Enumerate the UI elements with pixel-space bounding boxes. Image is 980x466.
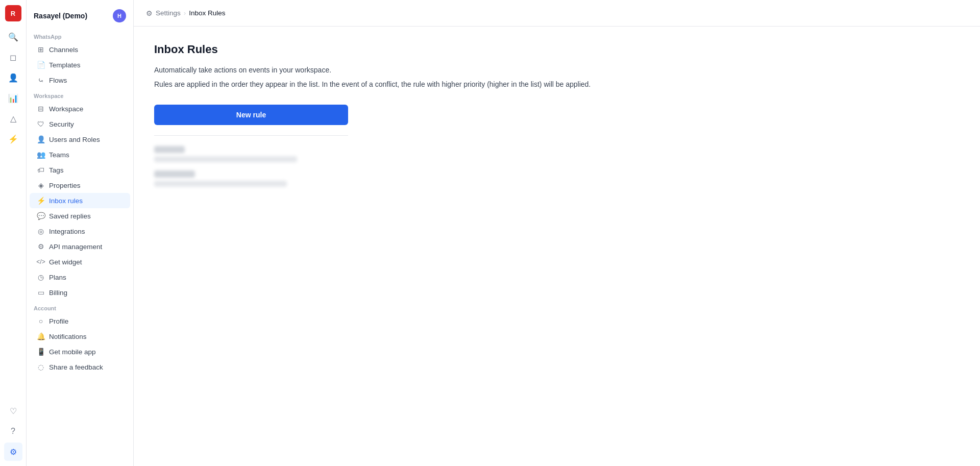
sidebar-item-security[interactable]: 🛡 Security [30, 116, 130, 132]
templates-icon: 📄 [37, 61, 45, 69]
sidebar-item-label: Integrations [49, 228, 85, 235]
channels-icon: ⊞ [37, 45, 45, 54]
feedback-icon: ◌ [37, 363, 45, 371]
sidebar-item-label: Workspace [49, 105, 83, 113]
main-panel: ⚙ Settings › Inbox Rules Inbox Rules Aut… [134, 0, 980, 466]
chat-icon[interactable]: ◻ [4, 48, 22, 66]
help-icon[interactable]: ? [4, 422, 22, 440]
sidebar-item-label: Notifications [49, 333, 87, 340]
sidebar-item-label: Users and Roles [49, 136, 100, 143]
rule-item-2 [154, 170, 960, 187]
breadcrumb-separator: › [184, 9, 186, 17]
sidebar-item-label: Get widget [49, 258, 82, 266]
sidebar-item-label: Inbox rules [49, 197, 83, 205]
teams-icon: 👥 [37, 151, 45, 159]
new-rule-button[interactable]: New rule [154, 105, 348, 125]
sidebar-item-billing[interactable]: ▭ Billing [30, 285, 130, 300]
integrations-icon: ◎ [37, 227, 45, 235]
sidebar-item-label: Teams [49, 151, 69, 159]
sidebar-item-get-widget[interactable]: </> Get widget [30, 254, 130, 269]
sidebar-header: Rasayel (Demo) H [27, 6, 133, 29]
sidebar-item-label: Security [49, 120, 74, 128]
sidebar-item-notifications[interactable]: 🔔 Notifications [30, 329, 130, 344]
whatsapp-section-label: WhatsApp [27, 29, 133, 42]
sidebar-item-label: Channels [49, 46, 78, 54]
settings-breadcrumb-icon: ⚙ [146, 9, 153, 17]
sidebar-item-label: Flows [49, 77, 67, 84]
rule-title-blur [154, 146, 185, 153]
inbox-rules-icon: ⚡ [37, 197, 45, 205]
api-icon: ⚙ [37, 242, 45, 251]
sidebar-item-teams[interactable]: 👥 Teams [30, 147, 130, 162]
tags-icon: 🏷 [37, 166, 45, 174]
sidebar-item-inbox-rules[interactable]: ⚡ Inbox rules [30, 193, 130, 208]
properties-icon: ◈ [37, 181, 45, 189]
sidebar-item-plans[interactable]: ◷ Plans [30, 269, 130, 285]
sidebar-item-templates[interactable]: 📄 Templates [30, 57, 130, 72]
sidebar-item-properties[interactable]: ◈ Properties [30, 178, 130, 193]
sidebar-item-label: Share a feedback [49, 363, 103, 371]
content-area: Inbox Rules Automatically take actions o… [134, 27, 980, 466]
workspace-icon: ⊟ [37, 105, 45, 113]
sidebar-item-workspace[interactable]: ⊟ Workspace [30, 101, 130, 116]
page-desc-2: Rules are applied in the order they appe… [154, 79, 960, 90]
icon-rail: R 🔍 ◻ 👤 📊 △ ⚡ ♡ ? ⚙ [0, 0, 27, 466]
settings-icon[interactable]: ⚙ [4, 443, 22, 461]
sidebar-item-label: Saved replies [49, 212, 91, 220]
heart-icon[interactable]: ♡ [4, 402, 22, 420]
page-desc-1: Automatically take actions on events in … [154, 64, 960, 76]
profile-icon: ○ [37, 317, 45, 325]
sidebar: Rasayel (Demo) H WhatsApp ⊞ Channels 📄 T… [27, 0, 134, 466]
sidebar-item-mobile-app[interactable]: 📱 Get mobile app [30, 344, 130, 359]
flows-icon: ⤿ [37, 76, 45, 84]
sidebar-item-channels[interactable]: ⊞ Channels [30, 42, 130, 57]
alerts-icon[interactable]: △ [4, 109, 22, 128]
workspace-section-label: Workspace [27, 88, 133, 101]
sidebar-item-integrations[interactable]: ◎ Integrations [30, 224, 130, 239]
notifications-icon: 🔔 [37, 332, 45, 340]
sidebar-item-saved-replies[interactable]: 💬 Saved replies [30, 208, 130, 224]
rules-divider [154, 135, 348, 136]
lightning-icon[interactable]: ⚡ [4, 130, 22, 148]
billing-icon: ▭ [37, 288, 45, 297]
sidebar-item-users-roles[interactable]: 👤 Users and Roles [30, 132, 130, 147]
sidebar-item-flows[interactable]: ⤿ Flows [30, 72, 130, 88]
saved-replies-icon: 💬 [37, 212, 45, 220]
plans-icon: ◷ [37, 273, 45, 281]
sidebar-item-profile[interactable]: ○ Profile [30, 313, 130, 329]
user-avatar[interactable]: H [113, 9, 126, 22]
rule-desc-blur2 [154, 181, 287, 187]
sidebar-item-label: API management [49, 243, 102, 251]
contacts-icon[interactable]: 👤 [4, 68, 22, 87]
sidebar-item-label: Billing [49, 289, 67, 297]
users-roles-icon: 👤 [37, 135, 45, 143]
sidebar-item-label: Templates [49, 61, 81, 69]
sidebar-item-label: Profile [49, 317, 68, 325]
sidebar-item-label: Plans [49, 274, 66, 281]
security-icon: 🛡 [37, 120, 45, 128]
sidebar-item-tags[interactable]: 🏷 Tags [30, 162, 130, 178]
search-icon[interactable]: 🔍 [4, 28, 22, 46]
account-section-label: Account [27, 300, 133, 313]
analytics-icon[interactable]: 📊 [4, 89, 22, 107]
sidebar-item-label: Properties [49, 182, 81, 189]
page-title: Inbox Rules [154, 43, 960, 56]
widget-icon: </> [37, 258, 45, 266]
topbar: ⚙ Settings › Inbox Rules [134, 0, 980, 27]
sidebar-item-api-management[interactable]: ⚙ API management [30, 239, 130, 254]
app-name: Rasayel (Demo) [34, 12, 87, 20]
sidebar-item-label: Get mobile app [49, 348, 96, 356]
breadcrumb-settings[interactable]: Settings [156, 9, 181, 17]
mobile-app-icon: 📱 [37, 348, 45, 356]
rule-desc-blur [154, 156, 297, 162]
rule-item-1 [154, 146, 960, 162]
sidebar-item-feedback[interactable]: ◌ Share a feedback [30, 359, 130, 375]
breadcrumb: ⚙ Settings › Inbox Rules [146, 9, 226, 17]
breadcrumb-current: Inbox Rules [189, 9, 225, 17]
rule-title-blur2 [154, 170, 195, 178]
app-avatar[interactable]: R [5, 5, 21, 21]
sidebar-item-label: Tags [49, 166, 64, 174]
